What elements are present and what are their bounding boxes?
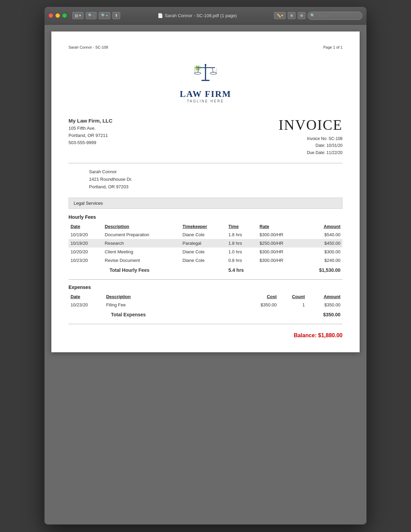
exp-col-cost: Cost bbox=[245, 293, 279, 301]
exp-col-date: Date bbox=[68, 293, 104, 301]
client-name: Sarah Connor bbox=[89, 168, 342, 176]
cell-date: 10/19/20 bbox=[68, 230, 103, 239]
total-hourly-time: 5.4 hrs bbox=[226, 265, 258, 275]
firm-phone: 503-555-9999 bbox=[68, 139, 112, 147]
zoom-in-button[interactable]: 🔍+ bbox=[99, 12, 110, 19]
cell-time: 1.0 hrs bbox=[226, 248, 258, 256]
col-description: Description bbox=[103, 223, 180, 230]
minimize-button[interactable] bbox=[55, 13, 60, 18]
expenses-table: Date Description Cost Count Amount 10/23… bbox=[68, 293, 342, 319]
expenses-header-row: Date Description Cost Count Amount bbox=[68, 293, 342, 301]
cell-time: 0.8 hrs bbox=[226, 256, 258, 265]
cell-date: 10/20/20 bbox=[68, 248, 103, 256]
sidebar-icon: ▤ ▾ bbox=[75, 13, 81, 18]
table-row: 10/19/20 Research Paralegal 1.8 hrs $250… bbox=[68, 239, 342, 248]
col-timekeeper: Timekeeper bbox=[180, 223, 226, 230]
invoice-details: Invoice No: SC-108 Date: 10/31/20 Due Da… bbox=[278, 135, 342, 156]
expenses-section: Expenses Date Description Cost Count Amo… bbox=[68, 284, 342, 319]
logo-icon: 🌿 🌿 bbox=[68, 60, 342, 87]
search-input[interactable] bbox=[308, 12, 362, 20]
hourly-fees-section: Hourly Fees Date Description Timekeeper … bbox=[68, 214, 342, 275]
document-ref: Sarah Connor - SC-108 bbox=[68, 45, 108, 49]
page-number: Page 1 of 1 bbox=[323, 45, 342, 49]
cell-rate: $300.00/HR bbox=[258, 230, 302, 239]
table-row: 10/19/20 Document Preparation Diane Cole… bbox=[68, 230, 342, 239]
cell-date: 10/19/20 bbox=[68, 239, 103, 248]
zoom-out-icon: 🔍- bbox=[88, 13, 94, 18]
invoice-number-line: Invoice No: SC-108 bbox=[278, 135, 342, 142]
cell-description: Client Meeting bbox=[103, 248, 180, 256]
airdrop-button[interactable]: ⊕ bbox=[288, 12, 296, 19]
divider-2 bbox=[68, 279, 342, 280]
firm-logo-tagline: TAGLINE HERE bbox=[68, 99, 342, 103]
hourly-fees-header-row: Date Description Timekeeper Time Rate Am… bbox=[68, 223, 342, 230]
exp-col-amount: Amount bbox=[307, 293, 342, 301]
sidebar-toggle-button[interactable]: ▤ ▾ bbox=[72, 12, 84, 19]
cell-rate: $300.00/HR bbox=[258, 248, 302, 256]
window-title: 📄 Sarah Connor - SC-108.pdf (1 page) bbox=[120, 13, 274, 18]
total-hourly-amount: $1,530.00 bbox=[302, 265, 342, 275]
cell-timekeeper: Paralegal bbox=[180, 239, 226, 248]
table-row: 10/23/20 Revise Document Diane Cole 0.8 … bbox=[68, 256, 342, 265]
divider-1 bbox=[68, 163, 342, 163]
balance-label: Balance: bbox=[294, 332, 317, 338]
balance-amount: $1,880.00 bbox=[318, 332, 342, 338]
markup-button[interactable]: ⊗ bbox=[298, 12, 306, 19]
share-button[interactable]: ⬆ bbox=[112, 12, 120, 19]
cell-time: 1.8 hrs bbox=[226, 230, 258, 239]
invoice-title: INVOICE bbox=[278, 117, 342, 133]
document-icon: 📄 bbox=[158, 13, 163, 18]
cell-description: Document Preparation bbox=[103, 230, 180, 239]
svg-text:🌿: 🌿 bbox=[195, 65, 201, 71]
page-area: Sarah Connor - SC-108 Page 1 of 1 bbox=[45, 25, 366, 524]
pdf-page: Sarah Connor - SC-108 Page 1 of 1 bbox=[51, 31, 360, 352]
firm-info: My Law Firm, LLC 105 Fifth Ave. Portland… bbox=[68, 117, 112, 146]
titlebar: ▤ ▾ 🔍- 🔍+ ⬆ 📄 Sarah Connor - SC-108.pdf … bbox=[45, 7, 366, 25]
firm-address1: 105 Fifth Ave. bbox=[68, 125, 112, 132]
cell-amount: $240.00 bbox=[302, 256, 342, 265]
cell-date: 10/23/20 bbox=[68, 256, 103, 265]
hourly-fees-title: Hourly Fees bbox=[68, 214, 342, 220]
cell-timekeeper: Diane Cole bbox=[180, 230, 226, 239]
page-header-meta: Sarah Connor - SC-108 Page 1 of 1 bbox=[68, 45, 342, 49]
app-window: ▤ ▾ 🔍- 🔍+ ⬆ 📄 Sarah Connor - SC-108.pdf … bbox=[45, 7, 366, 524]
exp-col-count: Count bbox=[279, 293, 307, 301]
close-button[interactable] bbox=[49, 13, 53, 18]
cell-time: 1.8 hrs bbox=[226, 239, 258, 248]
cell-date: 10/23/20 bbox=[68, 301, 104, 309]
exp-col-description: Description bbox=[104, 293, 177, 301]
invoice-block: INVOICE Invoice No: SC-108 Date: 10/31/2… bbox=[278, 117, 342, 156]
firm-address2: Portland, OR 97211 bbox=[68, 132, 112, 139]
logo-area: 🌿 🌿 LAW FIRM TAGLINE HERE bbox=[68, 56, 342, 106]
table-row: 10/20/20 Client Meeting Diane Cole 1.0 h… bbox=[68, 248, 342, 256]
client-address1: 1421 Roundhouse Dr. bbox=[89, 176, 342, 183]
total-expenses-amount: $350.00 bbox=[307, 309, 342, 319]
zoom-out-button[interactable]: 🔍- bbox=[86, 12, 97, 19]
cell-count: 1 bbox=[279, 301, 307, 309]
invoice-due-line: Due Date: 11/22/20 bbox=[278, 149, 342, 156]
cell-cost: $350.00 bbox=[245, 301, 279, 309]
annotate-button[interactable]: ✏️▾ bbox=[274, 12, 286, 19]
total-hourly-label: Total Hourly Fees bbox=[103, 265, 180, 275]
balance-row: Balance: $1,880.00 bbox=[68, 330, 342, 339]
cell-rate: $300.00/HR bbox=[258, 256, 302, 265]
cell-amount: $350.00 bbox=[307, 301, 342, 309]
hourly-fees-table: Date Description Timekeeper Time Rate Am… bbox=[68, 223, 342, 275]
col-rate: Rate bbox=[258, 223, 302, 230]
svg-point-7 bbox=[205, 64, 207, 66]
col-amount: Amount bbox=[302, 223, 342, 230]
cell-timekeeper: Diane Cole bbox=[180, 248, 226, 256]
client-address: Sarah Connor 1421 Roundhouse Dr. Portlan… bbox=[68, 168, 342, 191]
table-row: 10/23/20 Filing Fee $350.00 1 $350.00 bbox=[68, 301, 342, 309]
traffic-lights bbox=[49, 13, 67, 18]
col-date: Date bbox=[68, 223, 103, 230]
client-address2: Portland, OR 97203 bbox=[89, 183, 342, 191]
services-section-header: Legal Services bbox=[68, 198, 342, 209]
toolbar-left: ▤ ▾ 🔍- 🔍+ ⬆ bbox=[72, 12, 120, 19]
search-wrap: 🔍 bbox=[308, 12, 362, 20]
firm-logo-name: LAW FIRM bbox=[68, 89, 342, 99]
fullscreen-button[interactable] bbox=[62, 13, 67, 18]
cell-timekeeper: Diane Cole bbox=[180, 256, 226, 265]
cell-amount: $450.00 bbox=[302, 239, 342, 248]
hourly-fees-total-row: Total Hourly Fees 5.4 hrs $1,530.00 bbox=[68, 265, 342, 275]
